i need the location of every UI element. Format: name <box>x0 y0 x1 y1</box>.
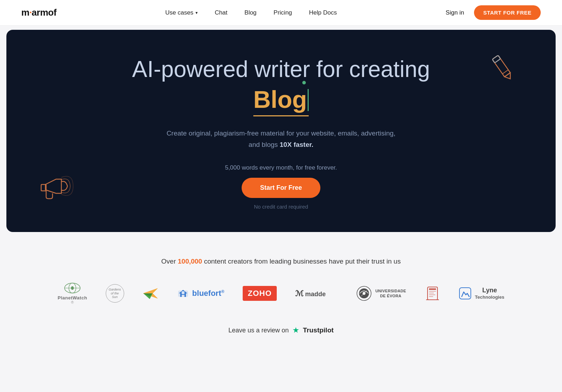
logo-universidade: Universidadede Évora <box>356 286 406 301</box>
logo-madde: ℳ madde <box>295 286 338 301</box>
hero-free-note: 5,000 words every month, for free foreve… <box>225 164 337 171</box>
cursor-top-dot <box>302 81 306 84</box>
nav-right: Sign in START FOR FREE <box>446 5 541 20</box>
nav-blog[interactable]: Blog <box>244 9 257 16</box>
svg-rect-20 <box>429 288 436 290</box>
pencil-icon <box>488 51 520 84</box>
sign-in-link[interactable]: Sign in <box>446 9 464 16</box>
trustpilot-text: Leave us a review on ★ Trustpilot <box>14 326 548 335</box>
nav-chat[interactable]: Chat <box>215 9 227 16</box>
trustpilot-star-icon: ★ <box>292 326 299 335</box>
hero-title: AI-powered writer for creating Blog <box>132 56 430 116</box>
megaphone-icon <box>35 167 77 211</box>
trust-section: Over 100,000 content creators from leadi… <box>0 236 562 315</box>
nav-use-cases[interactable]: Use cases ▾ <box>165 9 198 16</box>
svg-rect-24 <box>429 296 433 297</box>
no-credit-text: No credit card required <box>254 204 308 210</box>
nav-pricing[interactable]: Pricing <box>274 9 292 16</box>
logo-zoho: ZOHO <box>243 286 277 301</box>
logo-lyne: Lyne Technologies <box>459 287 505 300</box>
start-free-button[interactable]: Start For Free <box>242 178 320 198</box>
svg-marker-1 <box>505 73 513 81</box>
start-free-nav-button[interactable]: START FOR FREE <box>474 5 541 20</box>
navigation: m·armof Use cases ▾ Chat Blog Pricing He… <box>0 0 562 26</box>
svg-rect-0 <box>492 55 510 77</box>
svg-rect-21 <box>429 291 436 292</box>
trustpilot-section: Leave us a review on ★ Trustpilot <box>0 315 562 353</box>
logo-bluefort: bluefort® <box>177 287 225 300</box>
chevron-down-icon: ▾ <box>195 10 198 15</box>
svg-line-2 <box>502 70 508 74</box>
trust-text: Over 100,000 content creators from leadi… <box>14 258 548 265</box>
svg-rect-13 <box>182 291 184 294</box>
logo[interactable]: m·armof <box>21 7 56 18</box>
logo-paper-plane <box>143 286 158 301</box>
nav-help-docs[interactable]: Help Docs <box>309 9 337 16</box>
svg-rect-23 <box>429 294 435 295</box>
logos-row: PlanetWatch ® Gardensof theSun <box>14 282 548 304</box>
logo-gardens-sun: Gardensof theSun <box>106 284 124 303</box>
svg-rect-22 <box>429 293 434 293</box>
logo-pillar <box>425 286 440 301</box>
logo-planet-watch: PlanetWatch ® <box>58 282 87 304</box>
svg-text:ℳ: ℳ <box>295 289 304 298</box>
nav-links: Use cases ▾ Chat Blog Pricing Help Docs <box>165 9 337 16</box>
animated-word: Blog <box>253 85 309 117</box>
svg-rect-3 <box>492 55 500 63</box>
hero-section: AI-powered writer for creating Blog Crea… <box>6 30 556 232</box>
hero-subtitle: Create original, plagiarism-free materia… <box>160 128 402 150</box>
svg-text:madde: madde <box>305 291 326 298</box>
